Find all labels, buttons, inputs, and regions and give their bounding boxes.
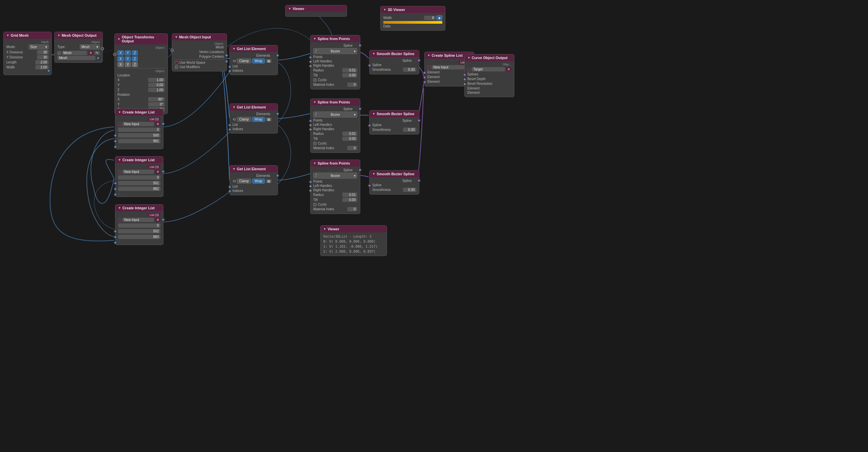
cil2-val1[interactable]: [118, 181, 160, 185]
cil1-in2[interactable]: [114, 145, 117, 148]
gle1-clamp-btn[interactable]: Clamp: [237, 58, 251, 63]
cil1-out-socket[interactable]: [161, 122, 165, 125]
mesh-checkbox[interactable]: [57, 51, 61, 55]
sfp1-lh-socket[interactable]: [309, 60, 312, 63]
sbs3-smoothness-input[interactable]: [403, 188, 416, 192]
cil2-x[interactable]: ✕: [155, 170, 160, 174]
sbs3-in-socket[interactable]: [368, 184, 371, 187]
cil3-in0[interactable]: [114, 230, 117, 233]
gle1-list-socket[interactable]: [228, 65, 231, 68]
sfp3-points-socket[interactable]: [309, 180, 312, 183]
coo-br-socket[interactable]: [463, 82, 466, 86]
sfp2-spline-socket[interactable]: [358, 107, 362, 111]
gle2-wrap-btn[interactable]: Wrap: [252, 117, 265, 122]
sfp2-tilt-input[interactable]: [342, 137, 357, 141]
sfp1-cyclic-cb[interactable]: [313, 79, 317, 82]
cil2-val2[interactable]: [118, 187, 160, 191]
x-btn-g[interactable]: X: [117, 62, 124, 67]
sfp2-cyclic-cb[interactable]: [313, 142, 317, 145]
sbs2-in-socket[interactable]: [368, 124, 371, 127]
sfp3-bezier-dropdown[interactable]: ⤴ Bezier ▾: [313, 173, 357, 178]
3dv-width-input[interactable]: [424, 16, 436, 20]
sfp3-tilt-input[interactable]: [342, 198, 357, 202]
sfp1-bezier-dropdown[interactable]: ⤴ Bezier ▾: [313, 48, 357, 54]
y-input[interactable]: [148, 83, 165, 87]
gle3-list-socket[interactable]: [228, 185, 231, 189]
cil2-new-input[interactable]: New Input: [122, 170, 154, 174]
gle3-elements-socket[interactable]: [276, 174, 279, 177]
3dv-width-btn[interactable]: ■: [436, 16, 442, 20]
cil2-val0[interactable]: [118, 175, 160, 179]
gle1-elements-socket[interactable]: [276, 54, 279, 57]
gle2-indices-socket[interactable]: [228, 128, 231, 131]
sbs1-smoothness-input[interactable]: [403, 67, 416, 72]
cil1-radio[interactable]: [118, 122, 121, 126]
y-btn-blue2[interactable]: Y: [125, 56, 131, 61]
sfp1-mat-idx-input[interactable]: [347, 82, 357, 87]
z-input[interactable]: [148, 88, 165, 92]
cil1-in1[interactable]: [114, 140, 117, 143]
cil1-x[interactable]: ✕: [155, 122, 160, 126]
gle3-clamp-btn[interactable]: Clamp: [237, 178, 251, 183]
gle2-grid-icon[interactable]: ▦: [266, 117, 272, 121]
sfp3-rh-socket[interactable]: [309, 189, 312, 192]
ry-input[interactable]: [148, 102, 165, 107]
cil3-new-input[interactable]: New Input: [122, 218, 154, 222]
cil2-out-socket[interactable]: [161, 170, 165, 173]
sfp3-lh-socket[interactable]: [309, 185, 312, 188]
y-btn-blue[interactable]: Y: [125, 50, 131, 55]
cil2-radio[interactable]: [118, 170, 121, 174]
poly-out-socket[interactable]: [225, 60, 228, 63]
cil1-val0[interactable]: [118, 128, 160, 132]
cil2-in1[interactable]: [114, 187, 117, 191]
sfp3-radius-input[interactable]: [342, 193, 357, 197]
x-div-input[interactable]: [37, 50, 49, 54]
sfp2-lh-socket[interactable]: [309, 123, 312, 127]
cil3-val0[interactable]: [118, 223, 160, 228]
cil3-in2[interactable]: [114, 241, 117, 244]
vertex-out-socket[interactable]: [225, 54, 228, 57]
type-dropdown[interactable]: Mesh ▾: [80, 45, 100, 49]
sfp1-radius-input[interactable]: [342, 68, 357, 73]
mesh-output-socket[interactable]: [47, 69, 50, 73]
csl-el3-socket[interactable]: [423, 81, 426, 84]
coo-target[interactable]: Target: [472, 67, 505, 72]
rx-input[interactable]: [148, 97, 165, 102]
sfp2-points-socket[interactable]: [309, 119, 312, 122]
gle2-clamp-btn[interactable]: Clamp: [237, 117, 251, 122]
z-btn-blue2[interactable]: Z: [132, 56, 138, 61]
width-input[interactable]: [35, 65, 49, 69]
mesh-field[interactable]: Mesh: [62, 51, 87, 55]
cil3-val2[interactable]: [118, 235, 160, 239]
mesh-x-btn[interactable]: ✕: [88, 51, 93, 55]
cil3-radio[interactable]: [118, 218, 121, 222]
sfp2-mat-idx-input[interactable]: [347, 146, 357, 150]
csl-el2-socket[interactable]: [423, 76, 426, 79]
coo-bd-socket[interactable]: [463, 78, 466, 81]
cil1-val2[interactable]: [118, 139, 160, 143]
gle2-elements-socket[interactable]: [276, 112, 279, 115]
z-btn-g[interactable]: Z: [132, 62, 138, 67]
x-btn-blue2[interactable]: X: [117, 56, 124, 61]
gle3-grid-icon[interactable]: ▦: [266, 179, 272, 183]
sfp1-spline-socket[interactable]: [358, 44, 362, 47]
cil3-val1[interactable]: [118, 229, 160, 233]
sfp2-radius-input[interactable]: [342, 132, 357, 136]
sbs1-in-socket[interactable]: [368, 64, 371, 67]
sfp3-mat-idx-input[interactable]: [347, 207, 357, 211]
sbs3-out-socket[interactable]: [417, 179, 421, 182]
csl-new-input[interactable]: New Input: [432, 65, 465, 69]
world-space-checkbox[interactable]: [175, 61, 178, 64]
mesh-icon-btn[interactable]: ✎: [94, 51, 100, 55]
obj-output-socket[interactable]: [101, 47, 104, 50]
csl-radio[interactable]: [427, 66, 431, 69]
gle3-indices-socket[interactable]: [228, 190, 231, 193]
sfp1-tilt-input[interactable]: [342, 73, 357, 78]
z-btn-blue[interactable]: Z: [132, 50, 138, 55]
sfp1-points-socket[interactable]: [309, 56, 312, 59]
length-input[interactable]: [35, 60, 49, 64]
cil1-new-input[interactable]: New Input: [122, 122, 154, 126]
coo-radio[interactable]: [467, 68, 471, 71]
sfp3-cyclic-cb[interactable]: [313, 203, 317, 206]
gle1-wrap-btn[interactable]: Wrap: [252, 58, 265, 63]
